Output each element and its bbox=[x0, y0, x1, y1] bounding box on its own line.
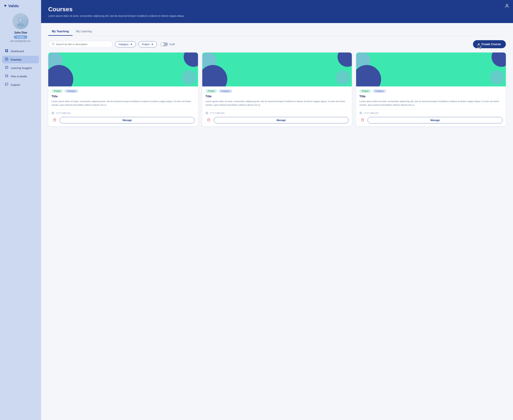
course-card: Project Category Title Lorem ipsum dolor… bbox=[48, 52, 198, 126]
logo-text: Validu bbox=[8, 4, 19, 8]
dashboard-icon bbox=[5, 49, 8, 53]
user-email: john.doe@gmail.com bbox=[11, 40, 31, 42]
sidebar-item-support-label: Support bbox=[11, 83, 20, 86]
page-header: Courses Lorem ipsum dolor sit amet, cons… bbox=[41, 0, 513, 23]
learning-nuggets-icon bbox=[5, 66, 8, 70]
svg-rect-20 bbox=[54, 119, 56, 121]
card-tags: Project Category bbox=[359, 89, 503, 93]
sidebar-item-dashboard-label: Dashboard bbox=[11, 50, 24, 53]
tag-project: Project bbox=[52, 89, 63, 93]
thumb-shape3 bbox=[48, 65, 73, 86]
thumb-shape1 bbox=[184, 52, 198, 67]
svg-rect-5 bbox=[5, 51, 7, 52]
delete-button[interactable] bbox=[52, 117, 58, 123]
card-title: Title bbox=[359, 95, 503, 98]
sidebar-item-dashboard[interactable]: Dashboard bbox=[2, 47, 39, 55]
sidebar-item-courses[interactable]: Courses bbox=[2, 56, 39, 63]
courses-icon bbox=[5, 58, 8, 62]
search-box bbox=[48, 41, 113, 48]
user-name: John Doe bbox=[14, 31, 27, 34]
card-date-row: YYYY-MM-DD bbox=[359, 112, 503, 114]
project-filter[interactable]: Project ▼ bbox=[138, 41, 157, 47]
svg-point-16 bbox=[52, 43, 54, 45]
toggle-knob bbox=[161, 43, 164, 46]
main-content: Courses Lorem ipsum dolor sit amet, cons… bbox=[41, 0, 513, 420]
tag-category: Category bbox=[219, 89, 232, 93]
svg-rect-6 bbox=[7, 51, 8, 52]
sidebar-item-courses-label: Courses bbox=[11, 58, 22, 61]
manage-button[interactable]: Manage bbox=[214, 117, 349, 123]
svg-rect-3 bbox=[5, 49, 7, 51]
sidebar-item-files-media[interactable]: Files & Media bbox=[2, 73, 39, 80]
manage-button[interactable]: Manage bbox=[368, 117, 503, 123]
svg-rect-25 bbox=[208, 119, 210, 121]
category-filter-label: Category bbox=[118, 43, 129, 46]
sidebar-item-support[interactable]: Support bbox=[2, 81, 39, 89]
thumb-shape1 bbox=[491, 52, 506, 67]
card-date-row: YYYY-MM-DD bbox=[52, 112, 195, 114]
brand-logo: ✦ Validu bbox=[0, 4, 19, 8]
tab-my-teaching[interactable]: My Teaching bbox=[48, 28, 73, 36]
sidebar-item-learning-nuggets-label: Learning Nuggets bbox=[11, 67, 32, 69]
draft-toggle[interactable] bbox=[161, 42, 168, 46]
svg-point-29 bbox=[360, 113, 361, 113]
delete-button[interactable] bbox=[206, 117, 212, 123]
sidebar-item-files-media-label: Files & Media bbox=[11, 75, 27, 78]
card-date: YYYY-MM-DD bbox=[56, 112, 71, 114]
content-area: My Teaching My Learning Category ▼ Proje… bbox=[41, 23, 513, 131]
avatar bbox=[13, 13, 29, 29]
user-profile-icon[interactable] bbox=[505, 3, 509, 9]
card-thumbnail bbox=[48, 52, 198, 86]
card-tags: Project Category bbox=[206, 89, 349, 93]
svg-point-24 bbox=[206, 113, 207, 113]
card-date: YYYY-MM-DD bbox=[364, 112, 378, 114]
svg-rect-30 bbox=[361, 119, 364, 121]
sidebar-item-learning-nuggets[interactable]: Learning Nuggets bbox=[2, 64, 39, 72]
card-tags: Project Category bbox=[52, 89, 195, 93]
svg-line-17 bbox=[54, 45, 54, 45]
search-icon bbox=[52, 43, 54, 46]
create-course-label: Create Course bbox=[481, 43, 501, 46]
card-date-row: YYYY-MM-DD bbox=[206, 112, 349, 114]
logo-icon: ✦ bbox=[4, 4, 7, 8]
create-course-button[interactable]: + Create Course bbox=[473, 40, 506, 48]
search-input[interactable] bbox=[56, 43, 109, 46]
category-filter[interactable]: Category ▼ bbox=[115, 41, 136, 47]
card-description: Lorem ipsum dolor sit amet, consectetur … bbox=[52, 100, 195, 107]
tab-my-learning[interactable]: My Learning bbox=[73, 28, 95, 36]
tag-project: Project bbox=[359, 89, 371, 93]
svg-point-2 bbox=[19, 18, 22, 22]
card-description: Lorem ipsum dolor sit amet, consectetur … bbox=[359, 100, 503, 107]
draft-toggle-area: Draft bbox=[161, 42, 175, 46]
calendar-icon bbox=[52, 112, 54, 114]
svg-point-1 bbox=[17, 23, 24, 27]
card-title: Title bbox=[206, 95, 349, 98]
card-body: Project Category Title Lorem ipsum dolor… bbox=[356, 86, 506, 126]
course-card: Project Category Title Lorem ipsum dolor… bbox=[202, 52, 352, 126]
draft-label: Draft bbox=[169, 43, 175, 46]
sidebar: ✦ Validu John Doe Creator john.doe@gmail… bbox=[0, 0, 41, 420]
course-card: Project Category Title Lorem ipsum dolor… bbox=[356, 52, 506, 126]
tabs: My Teaching My Learning bbox=[48, 28, 506, 36]
support-icon bbox=[5, 83, 8, 87]
card-title: Title bbox=[52, 95, 195, 98]
calendar-icon bbox=[206, 112, 208, 114]
card-body: Project Category Title Lorem ipsum dolor… bbox=[202, 86, 352, 126]
project-filter-label: Project bbox=[142, 43, 150, 46]
card-body: Project Category Title Lorem ipsum dolor… bbox=[48, 86, 198, 126]
toolbar: Category ▼ Project ▼ Draft + Create Cour… bbox=[48, 40, 506, 48]
delete-button[interactable] bbox=[359, 117, 366, 123]
avatar-image bbox=[13, 13, 29, 29]
tag-project: Project bbox=[206, 89, 217, 93]
page-title: Courses bbox=[48, 6, 506, 13]
card-description: Lorem ipsum dolor sit amet, consectetur … bbox=[206, 100, 349, 107]
svg-point-19 bbox=[53, 113, 54, 113]
nav-list: Dashboard Courses Learning Nuggets Files… bbox=[0, 47, 41, 89]
page-description: Lorem ipsum dolor sit amet, consectetur … bbox=[48, 15, 188, 17]
manage-button[interactable]: Manage bbox=[60, 117, 195, 123]
card-date: YYYY-MM-DD bbox=[210, 112, 225, 114]
plus-icon: + bbox=[478, 42, 480, 46]
card-actions: Manage bbox=[52, 117, 195, 123]
thumb-shape1 bbox=[337, 52, 352, 67]
card-thumbnail bbox=[356, 52, 506, 86]
